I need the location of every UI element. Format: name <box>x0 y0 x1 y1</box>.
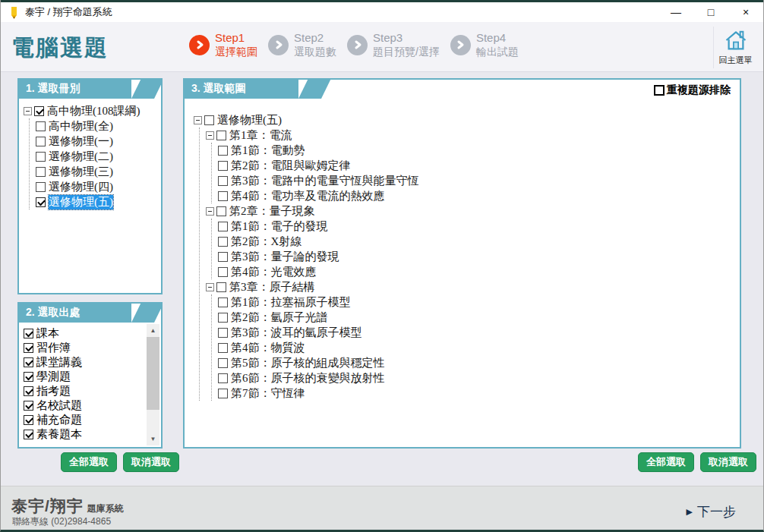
tab-step3[interactable]: Step3 題目預覽/選擇 <box>347 31 440 58</box>
ch1-section2-label[interactable]: 第2節：電阻與歐姆定律 <box>231 159 351 173</box>
book-label-5-selected[interactable]: 選修物理(五) <box>49 195 113 209</box>
next-label: 下一步 <box>697 503 736 521</box>
checkbox-ch3-s6[interactable] <box>218 373 228 383</box>
home-button[interactable]: 回主選單 <box>713 27 757 68</box>
checkbox-source-1[interactable] <box>24 343 33 353</box>
book-label-3[interactable]: 選修物理(三) <box>49 165 113 179</box>
checkbox-ch1-s2[interactable] <box>218 161 228 171</box>
maximize-button[interactable]: □ <box>693 2 728 22</box>
checkbox-ch2-s1[interactable] <box>218 222 228 231</box>
ch3-section1-label[interactable]: 第1節：拉塞福原子模型 <box>231 295 351 310</box>
collapse-icon[interactable] <box>206 207 214 216</box>
source-label-0[interactable]: 課本 <box>36 326 59 341</box>
source-label-1[interactable]: 習作簿 <box>36 341 71 355</box>
ch1-section3-label[interactable]: 第3節：電路中的電量守恆與能量守恆 <box>231 174 419 188</box>
ch3-section3-label[interactable]: 第3節：波耳的氫原子模型 <box>231 326 362 340</box>
checkbox-ch3[interactable] <box>216 282 226 292</box>
ch2-section1-label[interactable]: 第1節：電子的發現 <box>231 219 328 234</box>
checkbox-ch3-s3[interactable] <box>218 328 228 338</box>
checkbox-book-5[interactable] <box>36 197 46 207</box>
source-label-2[interactable]: 課堂講義 <box>36 355 82 370</box>
checkbox-ch2[interactable] <box>216 206 226 216</box>
ch3-section7-label[interactable]: 第7節：守恆律 <box>231 386 305 401</box>
tree-row: 第2節：X射線 <box>218 234 740 249</box>
checkbox-source-6[interactable] <box>24 415 33 425</box>
ch1-section1-label[interactable]: 第1節：電動勢 <box>231 143 305 158</box>
chapter2-label[interactable]: 第2章：量子現象 <box>229 204 315 219</box>
window-title: 泰宇 / 翔宇命題系統 <box>25 5 112 19</box>
select-all-sources-button[interactable]: 全部選取 <box>61 452 117 472</box>
checkbox-range-root[interactable] <box>204 115 214 125</box>
select-all-range-button[interactable]: 全部選取 <box>638 452 694 472</box>
checkbox-source-4[interactable] <box>24 386 33 396</box>
checkbox-ch2-s3[interactable] <box>218 252 228 262</box>
ch2-section4-label[interactable]: 第4節：光電效應 <box>231 265 317 279</box>
checkbox-source-3[interactable] <box>24 372 33 382</box>
checkbox-ch1-s1[interactable] <box>218 146 228 156</box>
checkbox-book-1[interactable] <box>36 137 46 146</box>
next-step-button[interactable]: ▶ 下一步 <box>687 503 736 521</box>
checkbox-ch1-s4[interactable] <box>218 191 228 201</box>
collapse-icon[interactable] <box>206 283 214 291</box>
tab-step1[interactable]: Step1 選擇範圍 <box>189 31 257 58</box>
checkbox-dedupe[interactable] <box>654 85 665 96</box>
source-label-7[interactable]: 素養題本 <box>36 427 82 442</box>
book-root-label[interactable]: 高中物理(108課綱) <box>47 104 140 118</box>
ch2-section2-label[interactable]: 第2節：X射線 <box>231 235 301 249</box>
checkbox-ch1[interactable] <box>216 131 226 140</box>
checkbox-ch2-s2[interactable] <box>218 237 228 247</box>
collapse-icon[interactable] <box>194 116 202 124</box>
close-button[interactable]: × <box>728 2 763 22</box>
collapse-icon[interactable] <box>206 131 214 140</box>
checkbox-book-root[interactable] <box>34 106 44 116</box>
book-label-1[interactable]: 選修物理(一) <box>49 134 113 149</box>
panel2-header: 2. 選取出處 <box>19 304 161 323</box>
source-label-3[interactable]: 學測題 <box>36 370 71 384</box>
ch3-section4-label[interactable]: 第4節：物質波 <box>231 341 305 355</box>
checkbox-ch2-s4[interactable] <box>218 267 228 277</box>
checkbox-ch1-s3[interactable] <box>218 176 228 186</box>
scrollbar[interactable]: ▲ ▼ <box>147 324 159 445</box>
checkbox-ch3-s1[interactable] <box>218 297 228 307</box>
chapter1-label[interactable]: 第1章：電流 <box>229 128 292 143</box>
panel2-title: 2. 選取出處 <box>26 306 81 320</box>
checkbox-ch3-s2[interactable] <box>218 313 228 323</box>
tab-step2[interactable]: Step2 選取題數 <box>268 31 336 58</box>
ch3-section6-label[interactable]: 第6節：原子核的衰變與放射性 <box>231 371 385 386</box>
ch3-section2-label[interactable]: 第2節：氫原子光譜 <box>231 310 328 325</box>
source-label-5[interactable]: 名校試題 <box>36 398 82 413</box>
collapse-icon[interactable] <box>24 107 32 115</box>
deselect-all-sources-button[interactable]: 取消選取 <box>123 452 179 472</box>
checkbox-ch3-s5[interactable] <box>218 358 228 368</box>
checkbox-book-2[interactable] <box>36 152 46 162</box>
ch3-section5-label[interactable]: 第5節：原子核的組成與穩定性 <box>231 356 385 370</box>
checkbox-source-5[interactable] <box>24 401 33 411</box>
chapter3-label[interactable]: 第3章：原子結構 <box>229 280 315 294</box>
range-root-label[interactable]: 選修物理(五) <box>217 113 282 127</box>
book-label-4[interactable]: 選修物理(四) <box>49 180 113 194</box>
checkbox-book-0[interactable] <box>36 121 46 131</box>
pencil-icon <box>8 6 20 19</box>
checkbox-book-3[interactable] <box>36 167 46 177</box>
step4-arrow-icon <box>450 35 471 55</box>
checkbox-source-7[interactable] <box>24 430 33 439</box>
ch1-section4-label[interactable]: 第4節：電功率及電流的熱效應 <box>231 189 385 203</box>
tab-step4[interactable]: Step4 輸出試題 <box>450 31 519 58</box>
minimize-button[interactable]: — <box>658 2 693 22</box>
scroll-up-icon[interactable]: ▲ <box>147 324 159 337</box>
ch2-section3-label[interactable]: 第3節：量子論的發現 <box>231 250 339 264</box>
checkbox-ch3-s4[interactable] <box>218 343 228 353</box>
panel3-buttons: 全部選取 取消選取 <box>638 452 756 472</box>
source-label-4[interactable]: 指考題 <box>36 384 71 398</box>
step2-name: Step2 <box>294 31 336 46</box>
scrollbar-thumb[interactable] <box>147 337 159 410</box>
book-label-0[interactable]: 高中物理(全) <box>49 119 113 134</box>
checkbox-ch3-s7[interactable] <box>218 389 228 398</box>
checkbox-book-4[interactable] <box>36 182 46 192</box>
book-label-2[interactable]: 選修物理(二) <box>49 150 113 164</box>
source-label-6[interactable]: 補充命題 <box>36 413 82 427</box>
checkbox-source-0[interactable] <box>24 329 33 338</box>
scroll-down-icon[interactable]: ▼ <box>147 433 159 445</box>
deselect-all-range-button[interactable]: 取消選取 <box>700 452 756 472</box>
checkbox-source-2[interactable] <box>24 357 33 367</box>
